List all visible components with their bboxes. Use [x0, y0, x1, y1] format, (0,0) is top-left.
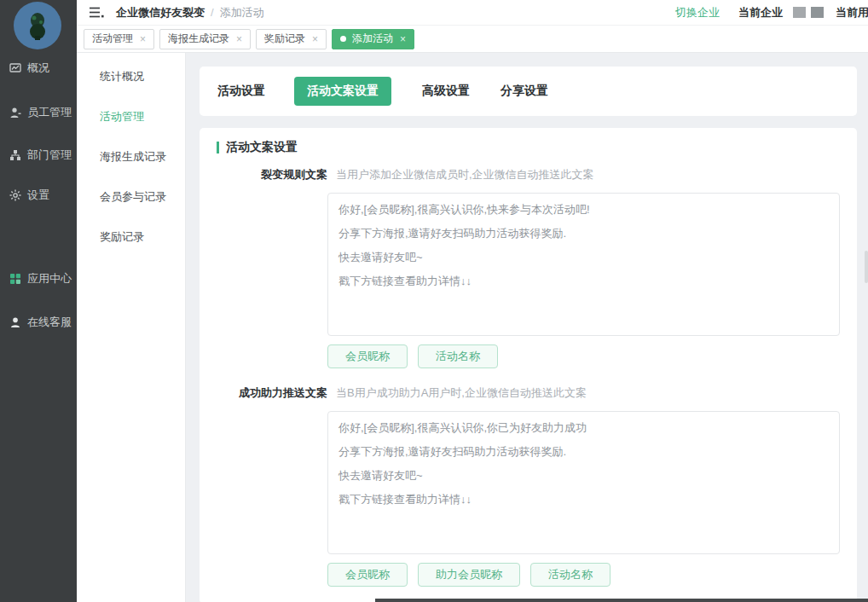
- topbar: 企业微信好友裂变 / 添加活动 切换企业 当前企业 当前用户: [77, 0, 868, 26]
- tab-share-settings[interactable]: 分享设置: [501, 77, 548, 106]
- app-logo[interactable]: [14, 2, 61, 49]
- sidebar-item-departments[interactable]: 部门管理: [0, 146, 77, 165]
- section-header: 活动文案设置: [217, 140, 840, 155]
- subnav-item-member-participation[interactable]: 会员参与记录: [77, 177, 185, 217]
- sidebar-item-label: 设置: [27, 188, 49, 203]
- breadcrumb-current-page: 添加活动: [220, 5, 264, 20]
- topbar-right-group: 切换企业 当前企业 当前用户: [675, 5, 868, 20]
- department-icon: [9, 149, 21, 161]
- apps-grid-icon: [9, 273, 21, 285]
- employee-icon: [9, 107, 21, 119]
- sidebar-item-label: 应用中心: [27, 271, 72, 287]
- primary-sidebar: 概况 员工管理 部门管理: [0, 0, 77, 602]
- tab-chip-reward-records[interactable]: 奖励记录 ×: [256, 29, 327, 49]
- tab-chip-activity-management[interactable]: 活动管理 ×: [84, 29, 154, 49]
- sidebar-item-overview[interactable]: 概况: [0, 59, 77, 78]
- insert-assist-member-nickname-button[interactable]: 助力会员昵称: [418, 563, 520, 587]
- insert-token-buttons: 会员昵称 活动名称: [327, 344, 840, 368]
- field-label: 裂变规则文案: [217, 167, 327, 182]
- tab-chip-label: 海报生成记录: [168, 32, 229, 46]
- tab-chip-label: 活动管理: [92, 32, 133, 46]
- switch-company-link[interactable]: 切换企业: [675, 5, 720, 20]
- section-title-text: 活动文案设置: [226, 140, 298, 155]
- field-label: 成功助力推送文案: [217, 385, 327, 401]
- subnav-item-statistics-overview[interactable]: 统计概况: [77, 56, 185, 96]
- fission-rule-copy-group: 裂变规则文案 当用户添加企业微信成员时,企业微信自动推送此文案 你好,[会员昵称…: [217, 167, 840, 368]
- field-hint: 当B用户成功助力A用户时,企业微信自动推送此文案: [336, 385, 587, 401]
- sidebar-item-label: 在线客服: [27, 315, 72, 330]
- sidebar-item-app-center[interactable]: 应用中心: [0, 269, 77, 288]
- insert-activity-name-button[interactable]: 活动名称: [418, 344, 498, 368]
- section-accent-bar: [217, 142, 219, 153]
- insert-activity-name-button[interactable]: 活动名称: [530, 563, 610, 587]
- fission-rule-copy-textarea[interactable]: 你好,[会员昵称],很高兴认识你,快来参与本次活动吧! 分享下方海报,邀请好友扫…: [327, 193, 840, 336]
- close-icon[interactable]: ×: [312, 33, 318, 45]
- subnav-item-poster-records[interactable]: 海报生成记录: [77, 136, 185, 177]
- tab-copywriting-settings[interactable]: 活动文案设置: [294, 77, 391, 106]
- assist-success-copy-group: 成功助力推送文案 当B用户成功助力A用户时,企业微信自动推送此文案 你好,[会员…: [217, 385, 840, 587]
- tab-activity-settings[interactable]: 活动设置: [217, 77, 265, 106]
- support-agent-icon: [9, 316, 21, 328]
- open-tabs-bar: 活动管理 × 海报生成记录 × 奖励记录 × 添加活动 ×: [77, 26, 868, 53]
- current-company-label: 当前企业: [738, 5, 783, 20]
- sidebar-item-label: 员工管理: [27, 105, 72, 120]
- settings-gear-icon: [9, 189, 21, 201]
- below-fold-content-edge: [375, 599, 868, 602]
- tab-chip-poster-records[interactable]: 海报生成记录 ×: [159, 29, 251, 49]
- insert-member-nickname-button[interactable]: 会员昵称: [327, 344, 408, 368]
- close-icon[interactable]: ×: [140, 33, 146, 45]
- sidebar-item-label: 部门管理: [27, 148, 72, 163]
- group-head: 裂变规则文案 当用户添加企业微信成员时,企业微信自动推送此文案: [217, 167, 840, 182]
- breadcrumb-separator: /: [211, 6, 214, 19]
- app-window: 概况 员工管理 部门管理: [0, 0, 868, 602]
- tab-advanced-settings[interactable]: 高级设置: [422, 77, 470, 106]
- secondary-sidebar: 统计概况 活动管理 海报生成记录 会员参与记录 奖励记录: [77, 53, 186, 602]
- scrollbar-thumb[interactable]: [865, 251, 868, 283]
- breadcrumb-app-name[interactable]: 企业微信好友裂变: [116, 5, 205, 20]
- sidebar-item-online-support[interactable]: 在线客服: [0, 313, 77, 332]
- field-hint: 当用户添加企业微信成员时,企业微信自动推送此文案: [336, 167, 594, 182]
- collapse-menu-icon[interactable]: [89, 7, 104, 18]
- insert-member-nickname-button[interactable]: 会员昵称: [327, 563, 408, 587]
- tab-chip-add-activity[interactable]: 添加活动 ×: [332, 29, 414, 49]
- sidebar-item-employees[interactable]: 员工管理: [0, 103, 77, 122]
- copywriting-form-card: 活动文案设置 裂变规则文案 当用户添加企业微信成员时,企业微信自动推送此文案 你…: [200, 128, 857, 602]
- settings-tabs-card: 活动设置 活动文案设置 高级设置 分享设置: [200, 67, 857, 116]
- main-content: 活动设置 活动文案设置 高级设置 分享设置 活动文案设置 裂变规则文案 当用户添…: [186, 53, 868, 602]
- sidebar-item-settings[interactable]: 设置: [0, 186, 77, 205]
- subnav-item-activity-management[interactable]: 活动管理: [77, 96, 185, 136]
- group-head: 成功助力推送文案 当B用户成功助力A用户时,企业微信自动推送此文案: [217, 385, 840, 401]
- tab-chip-label: 添加活动: [352, 32, 393, 46]
- subnav-item-reward-records[interactable]: 奖励记录: [77, 217, 185, 257]
- tab-chip-label: 奖励记录: [264, 32, 305, 46]
- company-logo-thumbnail: [793, 7, 806, 18]
- assist-success-copy-textarea[interactable]: 你好,[会员昵称],很高兴认识你,你已为好友助力成功 分享下方海报,邀请好友扫码…: [327, 411, 840, 554]
- user-avatar-thumbnail: [811, 7, 824, 18]
- group-body: 你好,[会员昵称],很高兴认识你,你已为好友助力成功 分享下方海报,邀请好友扫码…: [327, 411, 840, 587]
- overview-icon: [9, 62, 21, 74]
- logo-mascot-icon: [25, 10, 50, 41]
- active-dot-icon: [340, 36, 346, 42]
- insert-token-buttons: 会员昵称 助力会员昵称 活动名称: [327, 563, 840, 587]
- current-user-label: 当前用户: [836, 5, 868, 20]
- group-body: 你好,[会员昵称],很高兴认识你,快来参与本次活动吧! 分享下方海报,邀请好友扫…: [327, 193, 840, 368]
- close-icon[interactable]: ×: [400, 33, 406, 45]
- sidebar-item-label: 概况: [27, 61, 49, 76]
- close-icon[interactable]: ×: [236, 33, 242, 45]
